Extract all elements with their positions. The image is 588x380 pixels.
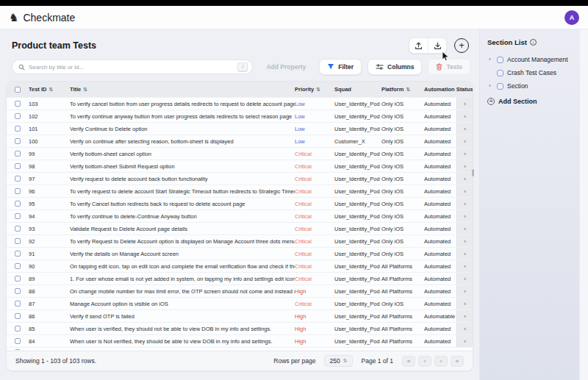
search-input[interactable] bbox=[29, 64, 234, 71]
column-label: Automation Status bbox=[424, 86, 473, 93]
row-checkbox[interactable] bbox=[15, 338, 21, 344]
checkbox-cell bbox=[7, 276, 29, 282]
title-cell: To verify continue anyway button from us… bbox=[70, 113, 295, 120]
section-checkbox[interactable] bbox=[497, 57, 503, 63]
add-test-button[interactable]: + bbox=[454, 38, 469, 53]
row-checkbox[interactable] bbox=[15, 226, 21, 232]
row-checkbox[interactable] bbox=[15, 126, 21, 132]
column-header[interactable]: Squad bbox=[334, 86, 381, 93]
row-expand-button[interactable]: › bbox=[456, 310, 473, 322]
row-checkbox[interactable] bbox=[15, 349, 21, 350]
test-id-cell: 103 bbox=[29, 101, 70, 107]
squad-cell: User_Identity_Pod bbox=[334, 238, 381, 245]
row-checkbox[interactable] bbox=[15, 326, 21, 331]
row-expand-button[interactable]: › bbox=[456, 185, 473, 197]
row-expand-button[interactable]: › bbox=[456, 210, 473, 222]
row-expand-button[interactable]: › bbox=[456, 198, 473, 209]
row-expand-button[interactable]: › bbox=[456, 323, 473, 334]
row-checkbox[interactable] bbox=[15, 113, 21, 119]
tests-label: Tests bbox=[446, 63, 462, 71]
row-checkbox[interactable] bbox=[15, 263, 21, 269]
row-checkbox[interactable] bbox=[15, 138, 21, 144]
row-expand-button[interactable]: › bbox=[456, 273, 473, 284]
rows-per-page-value: 250 bbox=[329, 357, 340, 365]
row-expand-button[interactable]: › bbox=[456, 173, 473, 184]
section-tree-item[interactable]: › Account Management bbox=[487, 53, 573, 66]
checkbox-cell bbox=[7, 163, 29, 169]
upload-button[interactable] bbox=[409, 38, 428, 53]
filter-button[interactable]: Filter bbox=[319, 59, 362, 75]
row-expand-button[interactable]: › bbox=[456, 335, 473, 347]
table-scrollbar-thumb[interactable] bbox=[472, 169, 474, 176]
priority-cell: High bbox=[295, 338, 334, 345]
squad-cell: User_Identity_Pod bbox=[334, 126, 381, 132]
search-bar[interactable]: / bbox=[12, 60, 253, 74]
checkbox-cell bbox=[7, 113, 29, 119]
test-id-cell: 97 bbox=[29, 176, 70, 182]
column-header[interactable]: Test ID ⇅ bbox=[29, 86, 70, 93]
pagination-prev-button[interactable]: ‹ bbox=[418, 356, 431, 367]
checkbox-cell bbox=[7, 251, 29, 257]
column-label: Platform bbox=[381, 86, 404, 93]
row-expand-button[interactable]: › bbox=[456, 235, 473, 247]
row-expand-button[interactable]: › bbox=[456, 160, 473, 172]
section-label: Account Management bbox=[507, 56, 568, 63]
chevron-right-icon[interactable]: › bbox=[489, 57, 493, 62]
row-checkbox[interactable] bbox=[15, 276, 21, 282]
test-id-cell: 102 bbox=[29, 113, 70, 120]
row-checkbox[interactable] bbox=[15, 151, 21, 157]
row-expand-button[interactable]: › bbox=[456, 98, 473, 110]
row-checkbox[interactable] bbox=[15, 251, 21, 257]
title-cell: On tapping edit icon, tap on edit icon a… bbox=[70, 263, 295, 270]
row-checkbox[interactable] bbox=[15, 313, 21, 319]
row-expand-button[interactable]: › bbox=[456, 285, 473, 297]
tests-delete-button[interactable]: Tests bbox=[428, 59, 470, 75]
chevron-right-icon[interactable]: › bbox=[489, 83, 493, 89]
priority-cell: Low bbox=[295, 138, 334, 145]
row-checkbox[interactable] bbox=[15, 188, 21, 194]
section-tree-item[interactable]: › Section bbox=[487, 79, 573, 93]
info-icon[interactable]: i bbox=[530, 39, 537, 46]
row-expand-button[interactable]: › bbox=[456, 248, 473, 259]
squad-cell: User_Identity_Pod bbox=[334, 288, 381, 295]
section-tree-item[interactable]: Crash Test Cases bbox=[487, 66, 573, 79]
row-expand-button[interactable]: › bbox=[456, 110, 473, 122]
column-header[interactable]: Title ⇅ bbox=[70, 86, 295, 93]
row-expand-button[interactable]: › bbox=[456, 123, 473, 135]
row-checkbox[interactable] bbox=[15, 176, 21, 182]
row-expand-button[interactable]: › bbox=[456, 135, 473, 147]
pagination-last-button[interactable]: » bbox=[451, 356, 464, 367]
add-section-button[interactable]: + Add Section bbox=[487, 98, 573, 105]
column-header[interactable]: Platform ⇅ bbox=[381, 86, 424, 93]
automation-status-cell: Automated bbox=[424, 138, 456, 145]
section-checkbox[interactable] bbox=[497, 70, 503, 76]
row-checkbox[interactable] bbox=[15, 101, 21, 107]
rows-per-page-select[interactable]: 250 ⇅ bbox=[324, 355, 352, 367]
pagination-next-button[interactable]: › bbox=[434, 356, 448, 367]
row-checkbox[interactable] bbox=[15, 238, 21, 244]
pagination-first-button[interactable]: « bbox=[402, 356, 415, 367]
download-button[interactable] bbox=[428, 38, 446, 53]
squad-cell: User_Identity_Pod bbox=[334, 188, 381, 195]
squad-cell: User_Identity_Pod bbox=[334, 338, 381, 345]
column-header[interactable]: Automation Status bbox=[424, 86, 473, 93]
section-checkbox[interactable] bbox=[497, 83, 503, 90]
row-checkbox[interactable] bbox=[15, 301, 21, 306]
row-checkbox[interactable] bbox=[15, 288, 21, 294]
columns-button[interactable]: Columns bbox=[368, 59, 422, 75]
main-area: Product team Tests + / Add Proper bbox=[0, 29, 588, 380]
row-checkbox[interactable] bbox=[15, 213, 21, 219]
avatar[interactable]: A bbox=[564, 10, 579, 25]
row-expand-button[interactable]: › bbox=[456, 298, 473, 309]
row-expand-button[interactable]: › bbox=[456, 260, 473, 272]
row-checkbox[interactable] bbox=[15, 163, 21, 169]
row-expand-button[interactable]: › bbox=[456, 148, 473, 159]
chevron-right-icon: › bbox=[464, 276, 466, 282]
platform-cell: Only iOS bbox=[381, 163, 424, 170]
row-checkbox[interactable] bbox=[15, 201, 21, 207]
row-expand-button[interactable]: › bbox=[456, 223, 473, 234]
add-property-button[interactable]: Add Property bbox=[259, 59, 313, 75]
column-header[interactable]: Priority ⇅ bbox=[295, 86, 334, 93]
automation-status-cell: Automated bbox=[424, 126, 456, 132]
select-all-checkbox[interactable] bbox=[15, 87, 21, 93]
